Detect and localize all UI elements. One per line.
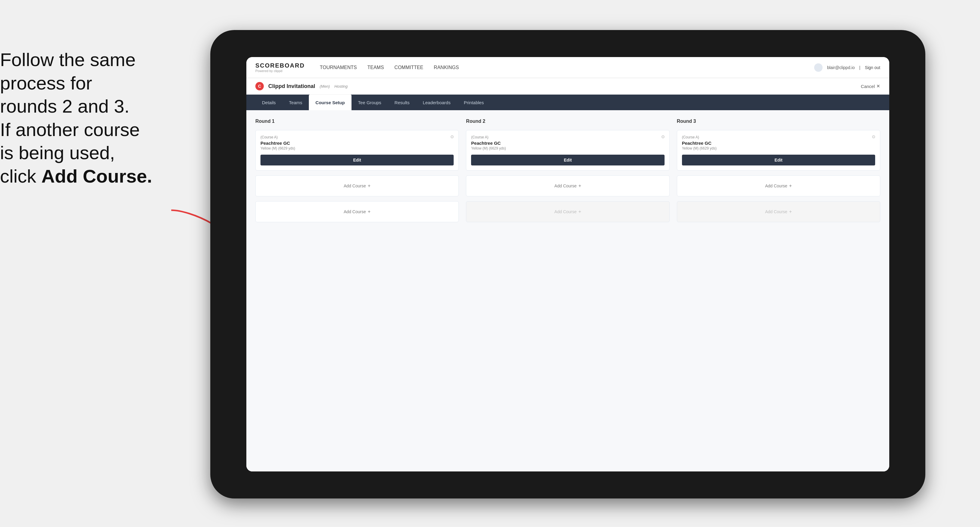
round-1-add-course-button[interactable]: Add Course +	[255, 175, 459, 196]
round-2-delete-icon[interactable]: ⊙	[660, 133, 667, 140]
round-3-title: Round 3	[677, 119, 880, 124]
round-2-course-card: ⊙ (Course A) Peachtree GC Yellow (M) (66…	[466, 130, 669, 171]
cancel-icon: ✕	[877, 84, 880, 89]
instruction-line3: rounds 2 and 3.	[0, 96, 129, 116]
logo-area: SCOREBOARD Powered by clippd	[255, 62, 305, 73]
round-3-add-course-text-2: Add Course +	[765, 209, 792, 214]
tab-results[interactable]: Results	[388, 95, 416, 110]
instruction-line4: If another course	[0, 119, 140, 140]
nav-separator: |	[859, 65, 861, 70]
round-3-column: Round 3 ⊙ (Course A) Peachtree GC Yellow…	[677, 119, 880, 222]
cancel-button[interactable]: Cancel ✕	[861, 84, 880, 89]
round-2-add-plus-icon-2: +	[578, 209, 581, 214]
round-3-add-plus-icon: +	[789, 183, 792, 189]
sign-out-link[interactable]: Sign out	[865, 65, 880, 70]
user-email: blair@clippd.io	[827, 65, 855, 70]
top-nav-right: blair@clippd.io | Sign out	[814, 63, 880, 72]
round-1-add-plus-icon: +	[368, 183, 371, 189]
round-2-course-name: Peachtree GC	[471, 141, 664, 146]
round-1-add-course-text: Add Course +	[344, 183, 371, 189]
round-3-add-course-button[interactable]: Add Course +	[677, 175, 880, 196]
tab-bar: Details Teams Course Setup Tee Groups Re…	[247, 95, 889, 110]
round-1-delete-icon[interactable]: ⊙	[449, 133, 455, 140]
user-avatar	[814, 63, 822, 72]
rounds-grid: Round 1 ⊙ (Course A) Peachtree GC Yellow…	[255, 119, 880, 222]
logo-scoreboard: SCOREBOARD	[255, 62, 305, 69]
round-3-course-label: (Course A)	[682, 135, 875, 139]
round-2-add-course-text-2: Add Course +	[554, 209, 581, 214]
tournament-icon: C	[255, 82, 264, 90]
top-nav: SCOREBOARD Powered by clippd TOURNAMENTS…	[247, 57, 889, 78]
tablet-screen: SCOREBOARD Powered by clippd TOURNAMENTS…	[247, 57, 889, 471]
round-2-add-plus-icon: +	[578, 183, 581, 189]
instruction-line6-prefix: click	[0, 166, 41, 186]
gender-badge: (Men)	[320, 84, 330, 89]
round-3-add-course-button-2: Add Course +	[677, 201, 880, 222]
tab-leaderboards[interactable]: Leaderboards	[416, 95, 457, 110]
instruction-line6-bold: Add Course.	[41, 166, 152, 186]
round-3-course-details: Yellow (M) (6629 yds)	[682, 146, 875, 151]
nav-links: TOURNAMENTS TEAMS COMMITTEE RANKINGS	[320, 65, 459, 70]
round-3-delete-icon[interactable]: ⊙	[870, 133, 877, 140]
tab-printables[interactable]: Printables	[457, 95, 491, 110]
tab-details[interactable]: Details	[255, 95, 282, 110]
tournament-name: Clippd Invitational	[268, 83, 315, 89]
round-3-course-name: Peachtree GC	[682, 141, 875, 146]
round-2-column: Round 2 ⊙ (Course A) Peachtree GC Yellow…	[466, 119, 669, 222]
nav-tournaments[interactable]: TOURNAMENTS	[320, 65, 356, 70]
round-1-add-plus-icon-2: +	[368, 209, 371, 214]
tab-tee-groups[interactable]: Tee Groups	[352, 95, 388, 110]
nav-rankings[interactable]: RANKINGS	[434, 65, 459, 70]
round-2-edit-button[interactable]: Edit	[471, 155, 664, 165]
round-2-course-details: Yellow (M) (6629 yds)	[471, 146, 664, 151]
round-3-add-plus-icon-2: +	[789, 209, 792, 214]
instruction-line1: Follow the same	[0, 49, 135, 70]
tab-course-setup[interactable]: Course Setup	[309, 95, 352, 110]
round-1-add-course-button-2[interactable]: Add Course +	[255, 201, 459, 222]
instruction-line5: is being used,	[0, 142, 115, 163]
tablet-device: SCOREBOARD Powered by clippd TOURNAMENTS…	[210, 30, 925, 498]
main-content: Round 1 ⊙ (Course A) Peachtree GC Yellow…	[247, 110, 889, 471]
instruction-panel: Follow the same process for rounds 2 and…	[0, 48, 186, 188]
nav-teams[interactable]: TEAMS	[368, 65, 384, 70]
tab-teams[interactable]: Teams	[282, 95, 309, 110]
round-1-column: Round 1 ⊙ (Course A) Peachtree GC Yellow…	[255, 119, 459, 222]
top-nav-left: SCOREBOARD Powered by clippd TOURNAMENTS…	[255, 62, 459, 73]
round-1-course-card: ⊙ (Course A) Peachtree GC Yellow (M) (66…	[255, 130, 459, 171]
round-2-title: Round 2	[466, 119, 669, 124]
round-1-title: Round 1	[255, 119, 459, 124]
round-2-add-course-button[interactable]: Add Course +	[466, 175, 669, 196]
sub-header-left: C Clippd Invitational (Men) Hosting	[255, 82, 348, 90]
nav-committee[interactable]: COMMITTEE	[395, 65, 423, 70]
round-2-course-label: (Course A)	[471, 135, 664, 139]
round-3-edit-button[interactable]: Edit	[682, 155, 875, 165]
round-3-course-card: ⊙ (Course A) Peachtree GC Yellow (M) (66…	[677, 130, 880, 171]
instruction-line2: process for	[0, 73, 92, 94]
round-1-course-details: Yellow (M) (6629 yds)	[261, 146, 453, 151]
hosting-badge: Hosting	[334, 84, 348, 89]
round-2-add-course-button-2: Add Course +	[466, 201, 669, 222]
round-1-course-name: Peachtree GC	[261, 141, 453, 146]
round-1-course-label: (Course A)	[261, 135, 453, 139]
sub-header: C Clippd Invitational (Men) Hosting Canc…	[247, 78, 889, 95]
round-3-add-course-text: Add Course +	[765, 183, 792, 189]
cancel-label: Cancel	[861, 84, 875, 89]
round-1-edit-button[interactable]: Edit	[261, 155, 453, 165]
logo-powered: Powered by clippd	[255, 69, 305, 73]
round-2-add-course-text: Add Course +	[554, 183, 581, 189]
round-1-add-course-text-2: Add Course +	[344, 209, 371, 214]
